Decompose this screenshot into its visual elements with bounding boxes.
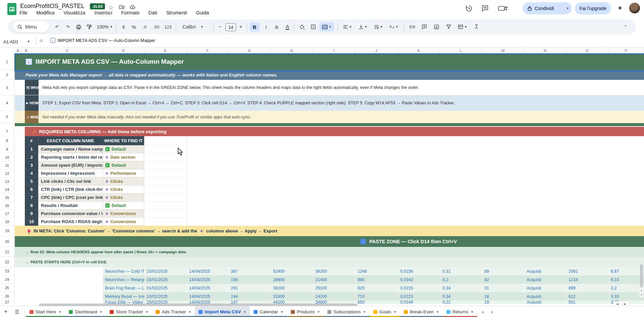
tab-start-here[interactable]: Start Here ▼: [26, 306, 65, 317]
required-row-number[interactable]: 5: [25, 177, 38, 186]
cell-row20-paste-zone[interactable]: ↓ PASTE ZONE — Click D14 then Ctrl+V: [15, 236, 644, 247]
required-row-number[interactable]: 8: [25, 202, 38, 210]
data-cell[interactable]: 1248: [355, 267, 398, 275]
required-row-number[interactable]: 6: [25, 186, 38, 194]
table-views-icon[interactable]: ▼: [455, 19, 470, 34]
required-column-name-cell[interactable]: CTR (link) / CTR (link click-through rat…: [38, 186, 103, 194]
column-header-D[interactable]: D: [103, 48, 144, 54]
col-header-where[interactable]: WHERE TO FIND IT: [103, 136, 144, 145]
data-cell[interactable]: 980: [355, 275, 398, 284]
strikethrough-icon[interactable]: S: [272, 19, 282, 34]
required-row-number[interactable]: 4: [25, 169, 38, 177]
cell-row2-subtitle[interactable]: Paste your Meta Ads Manager export → all…: [15, 70, 644, 80]
vertical-scrollbar[interactable]: [640, 264, 643, 287]
column-header-N[interactable]: N: [524, 48, 566, 54]
where-to-find-cell[interactable]: + Clicks: [103, 186, 144, 194]
data-cell[interactable]: 3,2: [608, 284, 644, 292]
row-number-26[interactable]: 26: [0, 292, 14, 301]
decrease-font-size-icon[interactable]: −: [215, 19, 225, 34]
row-number-16[interactable]: 16: [0, 202, 14, 210]
row-number-9[interactable]: 9: [0, 145, 14, 153]
where-to-find-cell[interactable]: + Performance: [103, 169, 144, 177]
all-sheets-button[interactable]: ☰: [11, 306, 23, 317]
required-column-name-cell[interactable]: Campaign name / Nome campagna: [38, 145, 103, 153]
data-cell[interactable]: NeuroVivo — Cold IT 25-54: [103, 267, 144, 275]
tabs-scroll-right-icon[interactable]: ›: [491, 309, 493, 315]
insert-comment-icon[interactable]: [419, 19, 430, 34]
increase-font-size-icon[interactable]: +: [236, 19, 246, 34]
data-cell[interactable]: 0,34: [440, 292, 482, 301]
row-number-15[interactable]: 15: [0, 194, 14, 202]
row-number-7[interactable]: 7: [0, 127, 14, 136]
data-cell[interactable]: 01/02/2025: [144, 284, 187, 292]
required-column-name-cell[interactable]: Purchase ROAS / ROAS degli acquisti: [38, 218, 103, 226]
increase-decimals-icon[interactable]: .00: [150, 19, 162, 34]
row-number-3[interactable]: 3: [0, 80, 14, 95]
data-cell[interactable]: 28600: [271, 275, 313, 284]
version-history-icon[interactable]: [465, 4, 474, 13]
tab-products[interactable]: Products ▼: [287, 306, 324, 317]
format-percent-icon[interactable]: %: [129, 19, 139, 34]
empty-column[interactable]: [144, 136, 187, 226]
row-number-14[interactable]: 14: [0, 186, 14, 194]
data-cell[interactable]: 0,34: [440, 284, 482, 292]
where-to-find-cell[interactable]: + Date section: [103, 153, 144, 161]
data-cell[interactable]: 244: [228, 292, 271, 301]
column-header-F[interactable]: F: [187, 48, 228, 54]
format-currency-icon[interactable]: €: [119, 19, 129, 34]
tab-ads-tracker[interactable]: Ads Tracker ▼: [152, 306, 195, 317]
data-cell[interactable]: 19: [482, 301, 524, 304]
required-column-name-cell[interactable]: Link clicks / Clic sul link: [38, 177, 103, 186]
collapsed-row6[interactable]: [15, 123, 644, 126]
data-cell[interactable]: 15/01/2025: [144, 275, 187, 284]
required-row-number[interactable]: 3: [25, 161, 38, 169]
cell-row21-note[interactable]: ← Row 22: Meta column HEADERS appear her…: [15, 247, 644, 257]
redo-icon[interactable]: ↷: [62, 19, 73, 34]
data-cell[interactable]: 42: [482, 275, 524, 284]
data-cell[interactable]: 650: [355, 301, 398, 304]
insert-link-icon[interactable]: [407, 19, 418, 34]
required-row-number[interactable]: 7: [25, 194, 38, 202]
print-icon[interactable]: [73, 19, 84, 34]
required-row-number[interactable]: 9: [25, 210, 38, 218]
data-cell[interactable]: 14/04/2025: [187, 284, 228, 292]
filter-icon[interactable]: [443, 19, 454, 34]
row-number-2[interactable]: 2: [0, 70, 14, 80]
horizontal-align-icon[interactable]: ▼: [340, 19, 355, 34]
avatar[interactable]: [629, 3, 640, 13]
text-wrap-icon[interactable]: ▼: [371, 19, 386, 34]
cell-row19-inmeta[interactable]: IN META: Click 'Columns: Custom' → 'Cust…: [15, 226, 644, 236]
tab-calendar[interactable]: Calendar ▼: [250, 306, 287, 317]
required-column-name-cell[interactable]: Results / Risultati: [38, 202, 103, 210]
menu-visualizza[interactable]: Visualizza: [63, 10, 85, 15]
tabs-scroll-left-icon[interactable]: ‹: [482, 309, 484, 315]
data-cell[interactable]: NeuroVivo — Retargeting: [103, 275, 144, 284]
text-rotation-icon[interactable]: A▼: [386, 19, 401, 34]
menu-inserisci[interactable]: Inserisci: [94, 10, 112, 15]
meet-camera-icon[interactable]: [498, 4, 513, 13]
data-cell[interactable]: 38200: [313, 267, 355, 275]
data-cell[interactable]: 2581: [566, 267, 608, 275]
corner-select-all[interactable]: [0, 48, 15, 54]
data-cell[interactable]: 0,0343: [398, 275, 440, 284]
data-cell[interactable]: Memory Boost — Interest: [103, 292, 144, 301]
tab-break-even[interactable]: Break-Even ▼: [400, 306, 442, 317]
data-cell[interactable]: Acquisti: [524, 284, 566, 292]
required-row-number[interactable]: 10: [25, 218, 38, 226]
column-header-A[interactable]: A: [15, 48, 21, 54]
data-cell[interactable]: 28: [482, 292, 524, 301]
where-to-find-cell[interactable]: ✓ Default: [103, 202, 144, 210]
data-cell[interactable]: 10/02/2025: [144, 292, 187, 301]
where-to-find-cell[interactable]: + Clicks: [103, 194, 144, 202]
row-number-4[interactable]: 4: [0, 95, 14, 111]
data-cell[interactable]: 24200: [313, 292, 355, 301]
row-number-20[interactable]: 20: [0, 236, 14, 247]
row-number-21[interactable]: 21: [0, 247, 14, 257]
col-header-name[interactable]: EXACT COLUMN NAME: [38, 136, 103, 145]
borders-icon[interactable]: [308, 19, 319, 34]
data-cell[interactable]: 281: [228, 284, 271, 292]
data-cell[interactable]: 31: [482, 284, 524, 292]
data-cell[interactable]: Acquisti: [524, 275, 566, 284]
data-cell[interactable]: Acquisti: [524, 292, 566, 301]
row-number-24[interactable]: 24: [0, 275, 14, 284]
